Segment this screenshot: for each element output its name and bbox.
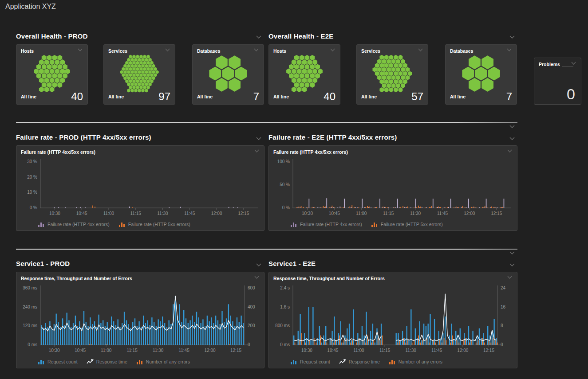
hexagon-health-grid[interactable] [195,55,261,93]
legend-label: Response time [96,359,127,364]
legend-label: Failure rate (HTTP 4xx errors) [47,222,110,227]
section-divider [16,249,517,250]
chevron-down-icon[interactable] [256,263,262,267]
hexagon-health-grid[interactable] [106,55,173,93]
svg-text:800 ms: 800 ms [275,323,290,328]
tile-hosts-prod[interactable]: Hosts All fine 40 [16,44,88,105]
svg-text:12:00: 12:00 [205,348,216,353]
chevron-down-icon[interactable] [509,125,515,129]
chevron-down-icon[interactable] [506,48,512,52]
svg-text:11:45: 11:45 [178,348,189,353]
chevron-down-icon[interactable] [509,35,515,39]
tile-hosts-e2e[interactable]: Hosts All fine 40 [268,44,340,105]
legend-label: Response time [349,359,380,364]
svg-text:12:00: 12:00 [464,211,475,216]
status-text: All fine [21,94,36,102]
legend-item[interactable]: Number of any errors [136,359,190,364]
chevron-down-icon[interactable] [256,137,262,141]
chart-legend: Failure rate (HTTP 4xx errors)Failure ra… [290,222,443,227]
bar-chart-icon [38,222,45,227]
failure-rate-e2e-chart[interactable]: 0 %50 %100 %10:3010:4511:0011:1511:3011:… [270,156,516,219]
legend-item[interactable]: Failure rate (HTTP 5xx errors) [118,222,190,227]
legend-item[interactable]: Failure rate (HTTP 5xx errors) [371,222,443,227]
svg-text:12:15: 12:15 [238,211,249,216]
legend-item[interactable]: Failure rate (HTTP 4xx errors) [38,222,110,227]
hexagon-health-grid[interactable] [448,55,514,93]
svg-text:11:45: 11:45 [437,211,448,216]
svg-text:50 %: 50 % [280,182,290,187]
svg-text:0 %: 0 % [30,205,37,210]
status-text: All fine [450,94,466,102]
chevron-down-icon[interactable] [507,276,513,279]
chevron-down-icon[interactable] [77,48,83,52]
tile-databases-prod[interactable]: Databases All fine 7 [192,44,264,105]
status-text: All fine [273,94,289,102]
chevron-down-icon[interactable] [254,276,260,279]
legend-item[interactable]: Request count [38,359,78,364]
svg-text:0 ms: 0 ms [28,342,37,347]
chevron-down-icon[interactable] [418,48,423,52]
chevron-down-icon[interactable] [330,48,335,52]
tile-services-e2e[interactable]: Services All fine 57 [356,44,428,105]
failure-rate-prod-chart[interactable]: 0 %10 %20 %30 %10:3010:4511:0011:1511:30… [17,156,263,219]
bar-chart-icon [290,222,297,227]
svg-text:11:00: 11:00 [353,348,364,353]
hexagon-health-grid[interactable] [271,55,338,93]
chevron-down-icon[interactable] [165,48,170,52]
legend-item[interactable]: Response time [339,359,380,364]
svg-text:10:30: 10:30 [49,348,60,353]
svg-text:120 ms: 120 ms [23,323,37,328]
chevron-down-icon[interactable] [254,149,260,153]
legend-item[interactable]: Request count [290,359,330,364]
tile-title: Services [108,48,127,54]
bar-chart-icon [118,222,126,227]
chart-tile-service1-e2e[interactable]: Response time, Throughput and Number of … [268,272,517,368]
svg-text:11:30: 11:30 [157,211,168,216]
service1-prod-chart[interactable]: 0 ms120 ms240 ms360 ms020040060010:3010:… [17,283,263,356]
line-chart-icon [87,359,94,364]
legend-label: Request count [300,359,330,364]
svg-text:30 %: 30 % [27,159,37,164]
chart-tile-service1-prod[interactable]: Response time, Throughput and Number of … [16,272,264,368]
svg-text:12:00: 12:00 [211,211,222,216]
svg-text:11:30: 11:30 [410,211,421,216]
hexagon-health-grid[interactable] [19,55,85,93]
svg-text:10:45: 10:45 [329,211,340,216]
chevron-down-icon[interactable] [253,48,259,52]
tile-databases-e2e[interactable]: Databases All fine 7 [445,44,517,105]
svg-text:11:15: 11:15 [130,211,142,216]
tile-services-prod[interactable]: Services All fine 97 [103,44,175,105]
svg-text:11:15: 11:15 [379,348,391,353]
line-chart-icon [339,359,346,364]
svg-text:11:00: 11:00 [356,211,367,216]
status-text: All fine [361,94,377,102]
page-title: Application XYZ [5,3,56,11]
chevron-down-icon[interactable] [571,62,576,65]
tile-title: Hosts [21,48,34,54]
bar-chart-icon [389,359,396,364]
entity-count: 40 [324,91,335,102]
chevron-down-icon[interactable] [509,263,515,267]
service1-e2e-chart[interactable]: 0 ms800 ms1.6 s2.4 s08162410:3010:4511:0… [270,283,516,356]
legend-label: Number of any errors [146,359,190,364]
svg-text:10:30: 10:30 [301,348,312,353]
svg-text:20 %: 20 % [27,175,37,180]
chevron-down-icon[interactable] [256,35,262,39]
svg-text:1.6 s: 1.6 s [280,305,290,309]
chart-tile-failure-prod[interactable]: Failure rate (HTTP 4xx/5xx errors) 0 %10… [16,145,264,231]
legend-item[interactable]: Response time [87,359,127,364]
legend-label: Number of any errors [399,359,442,364]
legend-item[interactable]: Number of any errors [389,359,442,364]
chevron-down-icon[interactable] [507,149,513,153]
entity-count: 7 [253,91,259,102]
svg-text:12:15: 12:15 [483,348,494,353]
legend-item[interactable]: Failure rate (HTTP 4xx errors) [290,222,362,227]
chart-tile-failure-e2e[interactable]: Failure rate (HTTP 4xx/5xx errors) 0 %50… [268,145,517,231]
svg-text:0: 0 [248,342,250,347]
hexagon-health-grid[interactable] [359,55,426,93]
chevron-down-icon[interactable] [509,251,515,255]
chevron-down-icon[interactable] [509,137,515,141]
tile-title: Services [361,48,380,54]
tile-problems[interactable]: Problems 0 [534,58,581,105]
svg-text:11:00: 11:00 [103,211,114,216]
